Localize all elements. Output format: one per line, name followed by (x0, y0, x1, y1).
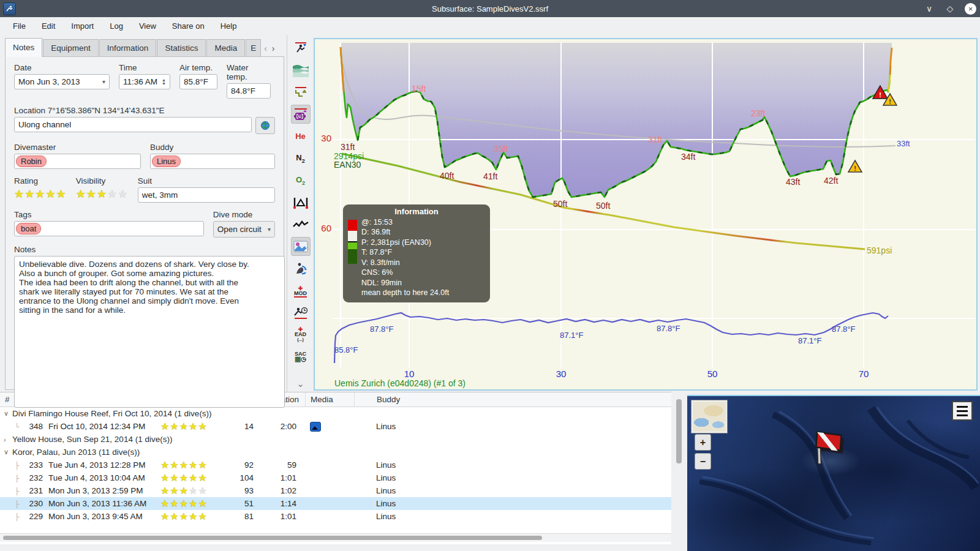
dive-row[interactable]: ├232Tue Jun 4, 2013 10:04 AM ★★★★★ 104 1… (0, 471, 671, 484)
depth-label-deep: 40ft (440, 171, 454, 181)
dive-row[interactable]: ├233Tue Jun 4, 2013 12:28 PM ★★★★★ 92 59… (0, 459, 671, 471)
menu-log[interactable]: Log (102, 19, 131, 33)
menu-import[interactable]: Import (63, 19, 102, 33)
divemaster-input[interactable]: Robin (14, 154, 141, 169)
oxygen-graph-icon[interactable]: O2 (291, 171, 311, 190)
scroll-down-icon[interactable]: ⌄ (296, 378, 304, 389)
tab-scroll-right-icon[interactable]: › (272, 43, 275, 53)
visibility-stars[interactable]: ★★★★★ (76, 187, 129, 201)
ead-icon[interactable]: ✚EAD(...) (291, 325, 311, 344)
tooltip-row: NDL: 99min (361, 278, 485, 288)
minimize-icon[interactable]: ∨ (923, 4, 935, 13)
tags-label: Tags (14, 210, 204, 219)
menu-help[interactable]: Help (213, 19, 245, 33)
col-buddy: Buddy (354, 392, 671, 407)
menu-file[interactable]: File (5, 19, 34, 33)
ruler-icon[interactable] (291, 193, 311, 212)
temp-label: 87.1°F (560, 331, 584, 340)
depth-label-deep: 31ft (341, 142, 355, 152)
menu-bar: File Edit Import Log View Share on Help (0, 17, 980, 35)
rating-stars: ★★★★★ (160, 421, 221, 432)
tab-scroll-left-icon[interactable]: ‹ (264, 43, 267, 53)
tooltip-row: T: 87.8°F (361, 247, 485, 258)
avg-depth-label: 33ft (897, 139, 910, 148)
tab-information[interactable]: Information (99, 39, 157, 57)
dive-row-selected[interactable]: ├230Mon Jun 3, 2013 11:36 AM ★★★★★ 51 1:… (0, 497, 671, 510)
col-media: Media (305, 392, 354, 407)
chevron-down-icon: ∨ (4, 410, 12, 418)
x-tick-50: 50 (707, 369, 718, 379)
nitrogen-graph-icon[interactable]: N2 (291, 149, 311, 168)
depth-label-shallow: 35ft (494, 144, 508, 154)
deco-time-icon[interactable] (291, 303, 311, 322)
buddy-label: Buddy (150, 143, 275, 152)
tooltip-row: @: 15:53 (361, 217, 485, 228)
trip-row[interactable]: ∨ Koror, Palau, Jun 2013 (11 dive(s)) (0, 446, 671, 459)
time-spinbox[interactable]: 11:36 AM▲▼ (119, 74, 170, 89)
rating-label: Rating (14, 176, 67, 186)
sac-icon[interactable]: SAC▦◷ (291, 347, 311, 366)
tags-input[interactable]: boat (14, 221, 204, 236)
map-zoom-out-button[interactable]: − (695, 453, 711, 470)
date-combobox[interactable]: Mon Jun 3, 2013▾ (14, 74, 110, 89)
rebreather-icon[interactable] (291, 259, 311, 278)
helium-graph-icon[interactable]: He (291, 127, 311, 146)
globe-icon[interactable] (255, 117, 275, 134)
depth-label-deep: 50ft (596, 201, 610, 211)
dive-computer-selector-icon[interactable] (291, 39, 311, 58)
warning-icon[interactable]: ! (848, 160, 862, 172)
map-zoom-in-button[interactable]: + (695, 434, 711, 451)
close-icon[interactable]: × (965, 3, 976, 15)
dive-profile-chart[interactable]: ! ! ! 15ft 35ft 31ft 23ft 31ft 40ft 41ft… (314, 38, 978, 391)
dive-site-map[interactable]: + − (687, 395, 980, 551)
trip-row[interactable]: › Yellow House, Sun Sep 21, 2014 (1 dive… (0, 433, 671, 446)
dc-reported-ceiling-icon[interactable] (291, 105, 311, 124)
divemaster-tag: Robin (16, 156, 47, 167)
photos-icon[interactable] (291, 237, 311, 256)
menu-view[interactable]: View (131, 19, 164, 33)
dive-row[interactable]: └348Fri Oct 10, 2014 12:34 PM ★★★★★ 14 2… (0, 420, 671, 433)
tooltip-legend-strip (348, 220, 357, 264)
dive-row[interactable]: ├231Mon Jun 3, 2013 2:59 PM ★★★★★ 93 1:0… (0, 484, 671, 497)
buddy-input[interactable]: Linus (150, 154, 275, 169)
title-bar: Subsurface: SampleDivesV2.ssrf ∨ ◇ × (0, 0, 980, 17)
heart-rate-icon[interactable] (291, 215, 311, 234)
dive-row[interactable]: ├229Mon Jun 3, 2013 9:45 AM ★★★★★ 81 1:0… (0, 510, 671, 523)
rating-stars[interactable]: ★★★★★ (14, 187, 67, 201)
calculated-ceiling-icon[interactable] (291, 83, 311, 102)
mod-icon[interactable]: ✚MOD (291, 281, 311, 300)
water-temp-field[interactable]: 84.8°F (227, 83, 271, 99)
location-input[interactable]: Ulong channel (14, 117, 252, 132)
notes-textarea[interactable]: Unbelievable dive. Dozens and dozens of … (14, 256, 285, 408)
depth-label-shallow: 31ft (648, 135, 662, 144)
spinner-arrows-icon: ▲▼ (162, 78, 166, 86)
tab-media[interactable]: Media (206, 39, 245, 57)
svg-text:!: ! (879, 91, 881, 99)
tab-notes[interactable]: Notes (5, 38, 42, 57)
temp-label: 87.8°F (657, 324, 680, 333)
dive-mode-combobox[interactable]: Open circuit▾ (213, 221, 275, 238)
information-tooltip[interactable]: Information @: 15:53 D: 36.9ft P: 2,381p… (343, 204, 490, 302)
tab-equipment[interactable]: Equipment (43, 39, 99, 57)
overview-minimap[interactable] (691, 400, 728, 433)
scrollbar-thumb (3, 536, 542, 540)
dive-flag-marker[interactable] (805, 422, 853, 471)
suit-input[interactable]: wet, 3mm (138, 187, 275, 203)
temp-label: 87.8°F (370, 324, 394, 334)
map-menu-icon[interactable] (952, 401, 973, 421)
y-tick-60: 60 (321, 223, 331, 233)
ceiling-waves-icon[interactable] (291, 61, 311, 80)
menu-edit[interactable]: Edit (34, 19, 63, 33)
air-temp-field[interactable]: 85.8°F (179, 74, 217, 89)
vertical-scrollbar[interactable] (671, 392, 687, 544)
tab-statistics[interactable]: Statistics (157, 39, 206, 57)
tab-extra-info[interactable]: E (246, 39, 261, 57)
menu-share-on[interactable]: Share on (164, 19, 213, 33)
depth-label-deep: 34ft (681, 152, 695, 162)
suit-label: Suit (138, 176, 275, 186)
maximize-icon[interactable]: ◇ (944, 4, 956, 13)
chevron-down-icon: ∨ (4, 448, 12, 456)
media-thumbnail-icon (310, 422, 321, 432)
horizontal-scrollbar[interactable] (0, 533, 671, 542)
location-label: Location 7°16'58.386"N 134°14'43.631"E (14, 106, 275, 115)
